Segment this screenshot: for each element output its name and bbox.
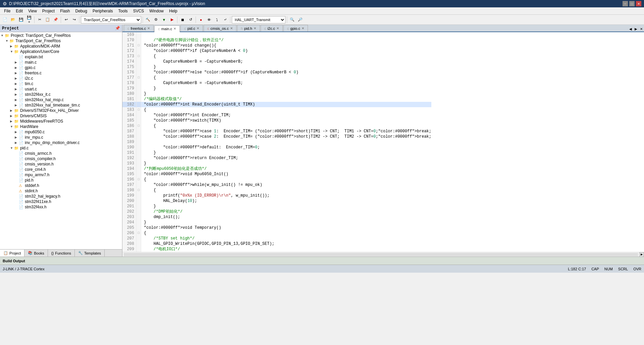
copy-button[interactable]: 📋 <box>44 16 51 23</box>
tree-item-16[interactable]: ▶📁Middlewares/FreeRTOS <box>0 119 122 124</box>
tab-scroll-right[interactable]: ▶ <box>633 26 639 31</box>
sidebar-tab-functions[interactable]: {} Functions <box>48 250 75 257</box>
tab-pid-h[interactable]: h pid.h ✕ <box>237 25 260 31</box>
undo-button[interactable]: ↩ <box>62 16 70 23</box>
h-scrollbar[interactable]: ▶ <box>122 252 644 257</box>
tree-item-9[interactable]: ▶📄tim.c <box>0 81 122 86</box>
code-line-198[interactable]: 198□ { <box>122 188 431 193</box>
code-line-183[interactable]: 183□{ <box>122 107 431 113</box>
code-line-171[interactable]: 171□"color:#0000ff">void change(){ <box>122 43 431 48</box>
tree-item-12[interactable]: ▶📄stm32f4xx_hal_msp.c <box>0 97 122 102</box>
tab-i2c-c[interactable]: c i2c.c ✕ <box>261 25 283 31</box>
tree-item-10[interactable]: ▶📄usart.c <box>0 86 122 92</box>
start-debug-button[interactable]: ▶ <box>168 16 176 23</box>
code-line-184[interactable]: 184 "color:#0000ff">int Encoder_TIM; <box>122 113 431 118</box>
collapse-198[interactable]: □ <box>137 188 141 193</box>
tree-item-11[interactable]: ▶📄stm32f4xx_it.c <box>0 92 122 97</box>
tree-item-1[interactable]: ▼📁TranSport_Car_FreeRtos <box>0 38 122 44</box>
code-line-169[interactable]: 169 <box>122 32 431 38</box>
tree-item-17[interactable]: ▼📁HardWare <box>0 124 122 129</box>
code-line-202[interactable]: 202 /*DMP初始化*/ <box>122 209 431 214</box>
code-line-182[interactable]: 182"color:#0000ff">int Read_Encoder(uint… <box>122 102 431 107</box>
tree-item-5[interactable]: ▶📄main.c <box>0 60 122 65</box>
tab-gpio-c[interactable]: c gpio.c ✕ <box>283 25 308 31</box>
code-line-195[interactable]: 195"color:#0000ff">void Mpu6050_Init() <box>122 171 431 177</box>
open-button[interactable]: 📂 <box>9 16 17 23</box>
code-line-193[interactable]: 193} <box>122 161 431 166</box>
tree-item-25[interactable]: 📄core_cm4.h <box>0 167 122 172</box>
code-line-203[interactable]: 203 dmp_init(); <box>122 214 431 220</box>
tree-item-22[interactable]: 📄cmsis_armcc.h <box>0 151 122 156</box>
code-line-178[interactable]: 178 CaptureNumberB = -CaptureNumberB; <box>122 80 431 86</box>
tree-item-7[interactable]: ▶📄freertos.c <box>0 70 122 76</box>
tree-item-6[interactable]: ▶📄gpio.c <box>0 65 122 70</box>
menu-file[interactable]: File <box>1 8 13 14</box>
sidebar-tab-templates[interactable]: 🔧 Templates <box>75 250 105 257</box>
tab-scroll-left[interactable]: ◀ <box>628 26 633 31</box>
collapse-206[interactable]: □ <box>137 230 141 236</box>
collapse-196[interactable]: □ <box>137 177 141 182</box>
tree-item-3[interactable]: ▼📁Application/User/Core <box>0 49 122 54</box>
menu-view[interactable]: View <box>25 8 40 14</box>
code-line-201[interactable]: 201 } <box>122 204 431 209</box>
tab-cmsis-close[interactable]: ✕ <box>230 26 233 30</box>
tree-item-31[interactable]: 📄stm32f411xe.h <box>0 199 122 204</box>
minimize-button[interactable]: − <box>623 1 628 6</box>
tree-item-32[interactable]: 📄stm32f4xx.h <box>0 204 122 210</box>
close-button[interactable]: ✕ <box>636 1 641 6</box>
collapse-186[interactable]: □ <box>137 123 141 129</box>
code-line-180[interactable]: 180} <box>122 91 431 96</box>
code-line-189[interactable]: 189 <box>122 139 431 145</box>
download-button[interactable]: ▼ <box>160 16 168 23</box>
step-over-button[interactable]: ⤵ <box>213 16 221 23</box>
code-line-205[interactable]: 205"color:#0000ff">void Temporary() <box>122 225 431 230</box>
tree-item-8[interactable]: ▶📄i2c.c <box>0 76 122 81</box>
code-line-196[interactable]: 196□{ <box>122 177 431 182</box>
redo-button[interactable]: ↪ <box>70 16 78 23</box>
tab-pid-c[interactable]: c pid.c ✕ <box>180 25 203 31</box>
code-line-179[interactable]: 179 } <box>122 86 431 91</box>
tree-item-14[interactable]: ▶📁Drivers/STM32F4xx_HAL_Driver <box>0 108 122 113</box>
build-button[interactable]: 🔨 <box>144 16 152 23</box>
code-line-170[interactable]: 170 /*硬件电路引脚设计错位，软件正位*/ <box>122 38 431 43</box>
sidebar-tab-project[interactable]: 📋 Project <box>0 250 24 257</box>
zoom-in-button[interactable]: 🔍 <box>288 16 296 23</box>
stop-button[interactable]: ⏹ <box>179 16 186 23</box>
code-line-173[interactable]: 173□ { <box>122 54 431 59</box>
code-line-176[interactable]: 176 "color:#0000ff">else "color:#0000ff"… <box>122 70 431 75</box>
code-line-191[interactable]: 191 } <box>122 150 431 155</box>
code-line-187[interactable]: 187 "color:#0000ff">case 1: Encoder_TIM=… <box>122 129 431 134</box>
code-line-175[interactable]: 175 } <box>122 64 431 70</box>
menu-debug[interactable]: Debug <box>73 8 90 14</box>
code-line-186[interactable]: 186□ { <box>122 123 431 129</box>
maximize-button[interactable]: □ <box>629 1 635 6</box>
cut-button[interactable]: ✂ <box>36 16 43 23</box>
code-line-209[interactable]: 209 /*电机IO口*/ <box>122 247 431 252</box>
new-file-button[interactable]: 📄 <box>1 16 9 23</box>
tab-main-c[interactable]: c main.c ✕ <box>154 25 180 32</box>
tree-item-29[interactable]: ⚠stdint.h <box>0 188 122 194</box>
rebuild-button[interactable]: ⚙ <box>152 16 160 23</box>
code-line-174[interactable]: 174 CaptureNumberB = -CaptureNumberB; <box>122 59 431 64</box>
code-line-207[interactable]: 207 /*STBY set high*/ <box>122 236 431 241</box>
breakpoint-button[interactable]: ● <box>197 16 205 23</box>
collapse-177[interactable]: □ <box>137 75 141 80</box>
step-into-button[interactable]: ⤶ <box>221 16 229 23</box>
tab-i2c-close[interactable]: ✕ <box>276 26 279 30</box>
sidebar-tab-books[interactable]: 📚 Books <box>24 250 48 257</box>
tree-item-18[interactable]: ▶📄mpu6050.c <box>0 129 122 135</box>
tab-gpio-close[interactable]: ✕ <box>302 26 304 30</box>
code-line-208[interactable]: 208 HAL_GPIO_WritePin(GPIOC,GPIO_PIN_13,… <box>122 241 431 247</box>
reset-button[interactable]: ↺ <box>187 16 194 23</box>
tab-pid-close[interactable]: ✕ <box>197 26 199 30</box>
tab-pidh-close[interactable]: ✕ <box>254 26 256 30</box>
search-button[interactable]: 🔎 <box>297 16 304 23</box>
menu-peripherals[interactable]: Peripherals <box>90 8 116 14</box>
tab-main-close[interactable]: ✕ <box>173 27 176 30</box>
save-button[interactable]: 💾 <box>17 16 25 23</box>
code-line-194[interactable]: 194/*判断mpu6050初始化是否成功*/ <box>122 166 431 171</box>
code-line-172[interactable]: 172 "color:#0000ff">if (CaptureNumberA <… <box>122 48 431 54</box>
tree-item-2[interactable]: ▶📁Application/MDK-ARM <box>0 44 122 49</box>
menu-project[interactable]: Project <box>40 8 57 14</box>
watch-button[interactable]: 👁 <box>205 16 213 23</box>
